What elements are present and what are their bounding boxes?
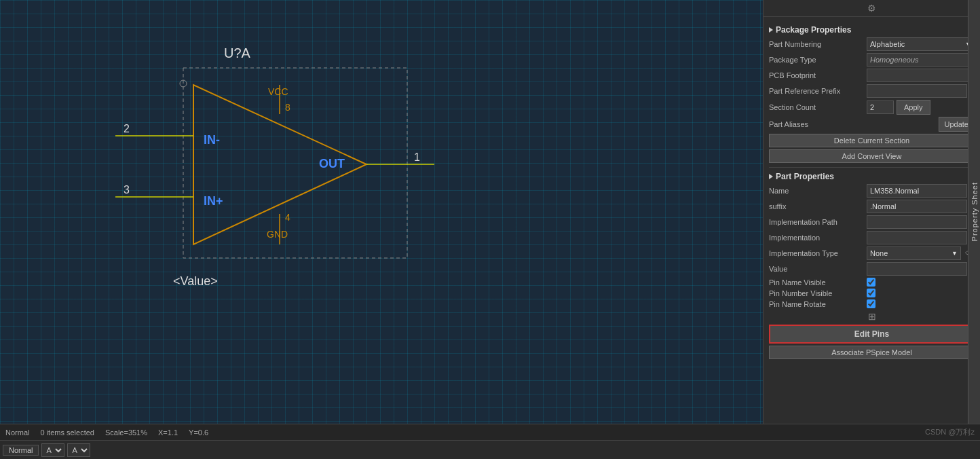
part-properties-title: Part Properties bbox=[776, 172, 834, 181]
add-convert-view-button[interactable]: Add Convert View bbox=[769, 149, 975, 163]
impl-type-row: Implementation Type None ▼ 👁 bbox=[769, 246, 975, 260]
vcc-label: VCC bbox=[268, 86, 288, 97]
pin-name-rotate-row: Pin Name Rotate bbox=[769, 299, 975, 308]
items-selected: 0 items selected bbox=[40, 428, 94, 437]
package-properties-title: Package Properties bbox=[776, 25, 851, 35]
name-row: Name 👁 bbox=[769, 184, 975, 198]
section-count-label: Section Count bbox=[769, 103, 864, 111]
apply-button[interactable]: Apply bbox=[897, 100, 930, 115]
pin-in-plus: IN+ bbox=[204, 194, 223, 208]
package-type-label: Package Type bbox=[769, 56, 864, 64]
package-properties-header: Package Properties bbox=[769, 25, 975, 35]
part-ref-prefix-row: Part Reference Prefix 📁 bbox=[769, 84, 975, 98]
name-label: Name bbox=[769, 187, 864, 195]
part-numbering-row: Part Numbering Alphabetic ▼ bbox=[769, 37, 975, 51]
property-sheet-tab-label: Property Sheet bbox=[970, 182, 979, 241]
pin-name-rotate-checkbox[interactable] bbox=[867, 299, 875, 308]
impl-label: Implementation bbox=[769, 234, 864, 242]
page-select-a1[interactable]: A bbox=[41, 443, 64, 457]
normal-mode-badge: Normal bbox=[3, 445, 39, 456]
pcb-footprint-row: PCB Footprint bbox=[769, 69, 975, 82]
pin1-num: 1 bbox=[414, 151, 420, 163]
pcb-footprint-label: PCB Footprint bbox=[769, 71, 864, 79]
panel-content: Package Properties Part Numbering Alphab… bbox=[764, 17, 980, 424]
y-coord: Y=0.6 bbox=[189, 428, 208, 437]
edit-pins-button[interactable]: Edit Pins bbox=[769, 325, 975, 344]
watermark: CSDN @万利z bbox=[925, 427, 975, 437]
panel-top-icon: ⚙ bbox=[764, 0, 980, 17]
resize-icon: ⊞ bbox=[868, 311, 876, 322]
part-properties-triangle bbox=[769, 174, 773, 179]
suffix-input[interactable] bbox=[867, 200, 967, 213]
value-label: <Value> bbox=[173, 274, 218, 288]
impl-path-row: Implementation Path 👁 📁 bbox=[769, 215, 975, 229]
status-bar: Normal 0 items selected Scale=351% X=1.1… bbox=[0, 424, 980, 440]
value-label: Value bbox=[769, 265, 864, 273]
main-container: U?A 2 3 1 IN- IN+ OUT 8 bbox=[0, 0, 980, 424]
pin-number-visible-row: Pin Number Visible bbox=[769, 289, 975, 297]
settings-icon: ⚙ bbox=[867, 3, 876, 14]
property-panel: ⚙ Package Properties Part Numbering Alph… bbox=[763, 0, 980, 424]
property-sheet-tab-container: Property Sheet bbox=[968, 0, 980, 424]
part-numbering-label: Part Numbering bbox=[769, 40, 864, 48]
package-type-input[interactable] bbox=[867, 53, 975, 67]
pin-in-minus: IN- bbox=[204, 133, 220, 147]
name-input[interactable] bbox=[867, 184, 967, 198]
pin3-num: 3 bbox=[124, 184, 130, 196]
gnd-label: GND bbox=[267, 229, 288, 240]
part-numbering-dropdown[interactable]: Alphabetic ▼ bbox=[867, 37, 975, 51]
pin-out: OUT bbox=[319, 157, 345, 170]
impl-input[interactable] bbox=[867, 231, 967, 244]
package-type-row: Package Type bbox=[769, 53, 975, 67]
bounding-box bbox=[183, 68, 407, 258]
x-coord: X=1.1 bbox=[158, 428, 178, 437]
part-aliases-label: Part Aliases bbox=[769, 120, 864, 128]
impl-path-input[interactable] bbox=[867, 215, 967, 229]
impl-type-arrow: ▼ bbox=[951, 250, 958, 257]
impl-type-value: None bbox=[870, 249, 888, 257]
bottom-toolbar: Normal A A bbox=[0, 440, 980, 459]
pin8-num: 8 bbox=[285, 102, 290, 113]
canvas-area[interactable]: U?A 2 3 1 IN- IN+ OUT 8 bbox=[0, 0, 763, 424]
status-mode: Normal bbox=[5, 428, 29, 437]
part-ref-prefix-input[interactable] bbox=[867, 84, 967, 98]
pin-number-visible-checkbox[interactable] bbox=[867, 289, 875, 297]
pin-name-visible-label: Pin Name Visible bbox=[769, 278, 864, 287]
suffix-label: suffix bbox=[769, 202, 864, 210]
part-ref-prefix-label: Part Reference Prefix bbox=[769, 87, 864, 95]
small-icon-row: ⊞ bbox=[769, 311, 975, 322]
collapse-triangle bbox=[769, 27, 773, 33]
impl-path-field: 👁 📁 bbox=[867, 215, 980, 229]
associate-pspice-model-button[interactable]: Associate PSpice Model bbox=[769, 346, 975, 359]
part-aliases-row: Part Aliases Update bbox=[769, 117, 975, 132]
impl-type-label: Implementation Type bbox=[769, 249, 864, 257]
impl-type-dropdown[interactable]: None ▼ bbox=[867, 246, 961, 260]
pin-name-visible-row: Pin Name Visible bbox=[769, 278, 975, 287]
pin4-num: 4 bbox=[285, 212, 290, 223]
section-count-input[interactable] bbox=[867, 100, 894, 114]
status-left: Normal bbox=[5, 428, 29, 437]
impl-row: Implementation 👁 bbox=[769, 231, 975, 244]
part-ref-prefix-field: 📁 bbox=[867, 84, 980, 98]
schematic-canvas: U?A 2 3 1 IN- IN+ OUT 8 bbox=[68, 34, 475, 373]
section-count-row: Section Count Apply bbox=[769, 100, 975, 115]
part-numbering-value: Alphabetic bbox=[870, 40, 905, 48]
value-row: Value 📁 bbox=[769, 262, 975, 276]
part-name-label: U?A bbox=[224, 45, 251, 60]
pin-name-visible-checkbox[interactable] bbox=[867, 278, 875, 287]
delete-current-section-button[interactable]: Delete Current Section bbox=[769, 134, 975, 147]
suffix-row: suffix 👁 bbox=[769, 200, 975, 213]
divider1 bbox=[769, 167, 975, 168]
page-select-a2[interactable]: A bbox=[67, 443, 90, 457]
pin-name-rotate-label: Pin Name Rotate bbox=[769, 300, 864, 308]
part-properties-header: Part Properties bbox=[769, 172, 975, 181]
pin-number-visible-label: Pin Number Visible bbox=[769, 289, 864, 297]
pin2-num: 2 bbox=[124, 123, 130, 134]
value-input[interactable] bbox=[867, 262, 967, 276]
pcb-footprint-input[interactable] bbox=[867, 69, 975, 82]
scale-display: Scale=351% bbox=[105, 428, 147, 437]
impl-path-label: Implementation Path bbox=[769, 218, 864, 226]
